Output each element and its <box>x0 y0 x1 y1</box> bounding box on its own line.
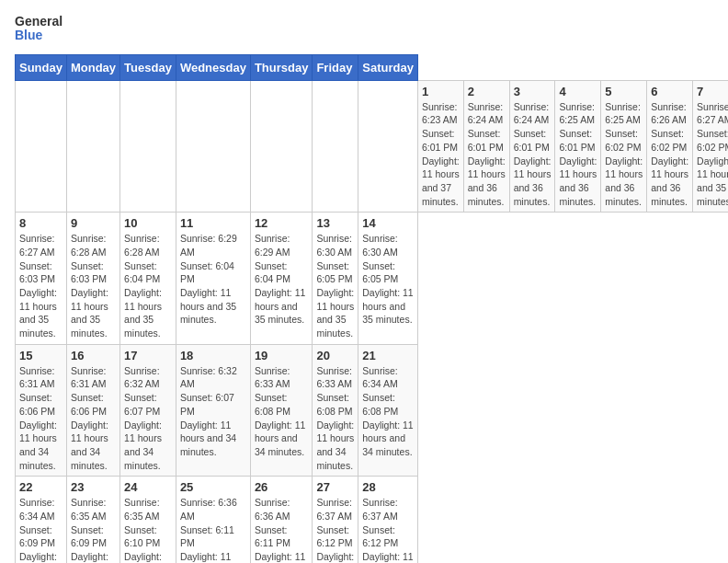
day-cell: 10 Sunrise: 6:28 AM Sunset: 6:04 PM Dayl… <box>120 213 176 345</box>
calendar-header-row: SundayMondayTuesdayWednesdayThursdayFrid… <box>16 54 729 80</box>
sunrise-text: Sunrise: 6:33 AM <box>316 364 354 391</box>
sunset-text: Sunset: 6:02 PM <box>697 127 728 154</box>
day-cell: 8 Sunrise: 6:27 AM Sunset: 6:03 PM Dayli… <box>16 213 67 345</box>
sunset-text: Sunset: 6:11 PM <box>255 523 309 550</box>
day-cell: 14 Sunrise: 6:30 AM Sunset: 6:05 PM Dayl… <box>358 213 418 345</box>
sunrise-text: Sunrise: 6:34 AM <box>362 364 414 391</box>
sunset-text: Sunset: 6:05 PM <box>362 259 414 286</box>
daylight-text: Daylight: 11 hours and 34 minutes. <box>180 419 246 459</box>
daylight-text: Daylight: 11 hours and 35 minutes. <box>255 286 309 327</box>
week-row-1: 1 Sunrise: 6:23 AM Sunset: 6:01 PM Dayli… <box>16 80 729 213</box>
sunrise-text: Sunrise: 6:28 AM <box>124 232 172 259</box>
day-cell <box>16 80 67 213</box>
sunrise-text: Sunrise: 6:35 AM <box>71 496 116 523</box>
day-number: 12 <box>255 216 309 230</box>
sunset-text: Sunset: 6:09 PM <box>19 523 63 550</box>
day-number: 28 <box>362 480 414 494</box>
sunset-text: Sunset: 6:02 PM <box>651 127 688 154</box>
week-row-2: 8 Sunrise: 6:27 AM Sunset: 6:03 PM Dayli… <box>16 213 729 345</box>
day-number: 27 <box>316 480 354 494</box>
day-cell: 23 Sunrise: 6:35 AM Sunset: 6:09 PM Dayl… <box>66 477 119 563</box>
daylight-text: Daylight: 11 hours and 34 minutes. <box>124 419 172 473</box>
day-number: 9 <box>71 216 116 230</box>
day-number: 25 <box>180 480 246 494</box>
day-cell: 2 Sunrise: 6:24 AM Sunset: 6:01 PM Dayli… <box>463 80 509 213</box>
daylight-text: Daylight: 11 hours and 35 minutes. <box>362 550 414 563</box>
sunset-text: Sunset: 6:10 PM <box>124 523 172 550</box>
day-number: 2 <box>468 85 506 98</box>
day-number: 11 <box>180 216 246 230</box>
daylight-text: Daylight: 11 hours and 34 minutes. <box>19 419 63 473</box>
sunset-text: Sunset: 6:01 PM <box>422 127 460 154</box>
day-number: 7 <box>697 85 728 98</box>
day-cell: 20 Sunrise: 6:33 AM Sunset: 6:08 PM Dayl… <box>313 344 358 477</box>
day-cell: 5 Sunrise: 6:25 AM Sunset: 6:02 PM Dayli… <box>601 80 647 213</box>
sunrise-text: Sunrise: 6:28 AM <box>71 232 116 259</box>
sunset-text: Sunset: 6:02 PM <box>605 127 643 154</box>
sunrise-text: Sunrise: 6:24 AM <box>468 100 506 127</box>
sunset-text: Sunset: 6:07 PM <box>180 391 246 418</box>
day-number: 16 <box>71 349 116 362</box>
sunrise-text: Sunrise: 6:31 AM <box>71 364 116 391</box>
day-number: 6 <box>651 85 688 98</box>
day-number: 8 <box>19 216 63 230</box>
day-number: 23 <box>71 480 116 494</box>
day-cell: 7 Sunrise: 6:27 AM Sunset: 6:02 PM Dayli… <box>693 80 728 213</box>
sunset-text: Sunset: 6:12 PM <box>362 523 414 550</box>
daylight-text: Daylight: 11 hours and 36 minutes. <box>468 155 506 209</box>
sunset-text: Sunset: 6:01 PM <box>514 127 552 154</box>
day-number: 1 <box>422 85 460 98</box>
day-cell: 24 Sunrise: 6:35 AM Sunset: 6:10 PM Dayl… <box>120 477 176 563</box>
sunset-text: Sunset: 6:08 PM <box>362 391 414 418</box>
day-cell: 19 Sunrise: 6:33 AM Sunset: 6:08 PM Dayl… <box>250 344 313 477</box>
day-number: 21 <box>362 349 414 362</box>
daylight-text: Daylight: 11 hours and 34 minutes. <box>19 550 63 563</box>
sunset-text: Sunset: 6:08 PM <box>316 391 354 418</box>
sunrise-text: Sunrise: 6:32 AM <box>180 364 246 391</box>
sunset-text: Sunset: 6:07 PM <box>124 391 172 418</box>
day-cell: 18 Sunrise: 6:32 AM Sunset: 6:07 PM Dayl… <box>176 344 250 477</box>
day-number: 19 <box>255 349 309 362</box>
sunrise-text: Sunrise: 6:29 AM <box>180 232 246 259</box>
sunrise-text: Sunrise: 6:30 AM <box>316 232 354 259</box>
sunrise-text: Sunrise: 6:25 AM <box>559 100 597 127</box>
day-cell: 13 Sunrise: 6:30 AM Sunset: 6:05 PM Dayl… <box>313 213 358 345</box>
sunset-text: Sunset: 6:01 PM <box>559 127 597 154</box>
sunset-text: Sunset: 6:06 PM <box>71 391 116 418</box>
sunrise-text: Sunrise: 6:23 AM <box>422 100 460 127</box>
day-cell: 6 Sunrise: 6:26 AM Sunset: 6:02 PM Dayli… <box>647 80 693 213</box>
sunrise-text: Sunrise: 6:36 AM <box>180 496 246 523</box>
daylight-text: Daylight: 11 hours and 34 minutes. <box>255 550 309 563</box>
day-number: 3 <box>514 85 552 98</box>
day-cell <box>313 80 358 213</box>
sunrise-text: Sunrise: 6:34 AM <box>19 496 63 523</box>
day-number: 4 <box>559 85 597 98</box>
daylight-text: Daylight: 11 hours and 36 minutes. <box>559 155 597 209</box>
sunrise-text: Sunrise: 6:31 AM <box>19 364 63 391</box>
sunrise-text: Sunrise: 6:24 AM <box>514 100 552 127</box>
daylight-text: Daylight: 11 hours and 34 minutes. <box>316 550 354 563</box>
col-header-saturday: Saturday <box>358 54 418 80</box>
daylight-text: Daylight: 11 hours and 36 minutes. <box>514 155 552 209</box>
col-header-sunday: Sunday <box>16 54 67 80</box>
day-cell: 11 Sunrise: 6:29 AM Sunset: 6:04 PM Dayl… <box>176 213 250 345</box>
day-cell: 22 Sunrise: 6:34 AM Sunset: 6:09 PM Dayl… <box>16 477 67 563</box>
daylight-text: Daylight: 11 hours and 36 minutes. <box>605 155 643 209</box>
sunset-text: Sunset: 6:08 PM <box>255 391 309 418</box>
day-number: 26 <box>255 480 309 494</box>
daylight-text: Daylight: 11 hours and 35 minutes. <box>697 155 728 209</box>
col-header-tuesday: Tuesday <box>120 54 176 80</box>
day-number: 20 <box>316 349 354 362</box>
daylight-text: Daylight: 11 hours and 35 minutes. <box>316 286 354 340</box>
sunset-text: Sunset: 6:03 PM <box>71 259 116 286</box>
day-cell: 15 Sunrise: 6:31 AM Sunset: 6:06 PM Dayl… <box>16 344 67 477</box>
daylight-text: Daylight: 11 hours and 35 minutes. <box>362 286 414 327</box>
calendar-table: SundayMondayTuesdayWednesdayThursdayFrid… <box>15 54 728 563</box>
daylight-text: Daylight: 11 hours and 34 minutes. <box>180 550 246 563</box>
daylight-text: Daylight: 11 hours and 34 minutes. <box>124 550 172 563</box>
sunrise-text: Sunrise: 6:26 AM <box>651 100 688 127</box>
day-number: 18 <box>180 349 246 362</box>
col-header-friday: Friday <box>313 54 358 80</box>
day-cell: 25 Sunrise: 6:36 AM Sunset: 6:11 PM Dayl… <box>176 477 250 563</box>
day-number: 14 <box>362 216 414 230</box>
